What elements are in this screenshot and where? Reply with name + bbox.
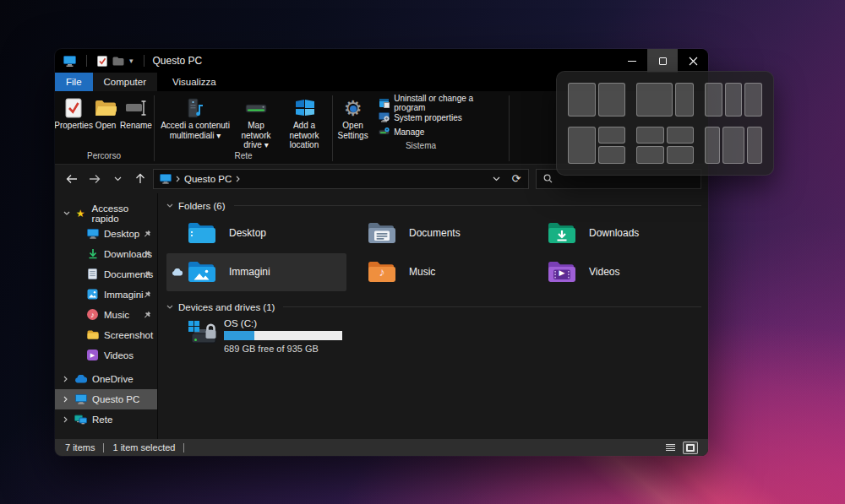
quick-access-toolbar: ▾ bbox=[55, 55, 150, 67]
sidebar-item-onedrive[interactable]: OneDrive bbox=[55, 369, 157, 389]
uninstall-program-button[interactable]: Uninstall or change a program bbox=[375, 96, 508, 110]
close-icon bbox=[689, 57, 698, 66]
drive-name: OS (C:) bbox=[224, 318, 342, 328]
qat-properties-button[interactable] bbox=[97, 56, 107, 67]
large-icons-view-icon bbox=[686, 444, 695, 452]
folders-section-header[interactable]: Folders (6) bbox=[166, 200, 701, 212]
ribbon-separator bbox=[332, 95, 333, 161]
settings-gear-icon: ⚙ bbox=[343, 97, 362, 119]
sidebar-item-screenshot[interactable]: Screenshot bbox=[55, 325, 157, 345]
open-folder-icon bbox=[95, 97, 117, 119]
chevron-down-icon bbox=[114, 176, 122, 182]
snap-layout-flyout bbox=[556, 71, 774, 176]
address-bar[interactable]: Questo PC ⟳ bbox=[153, 169, 529, 189]
up-button[interactable] bbox=[130, 169, 150, 189]
tile-documents[interactable]: Documents bbox=[346, 214, 526, 252]
downloads-folder-icon bbox=[547, 221, 577, 245]
properties-button[interactable]: Properties bbox=[55, 95, 93, 132]
ribbon-separator bbox=[509, 95, 510, 161]
rename-icon bbox=[125, 97, 147, 119]
recent-locations-button[interactable] bbox=[107, 169, 128, 189]
system-properties-button[interactable]: System properties bbox=[375, 111, 508, 124]
tile-immagini[interactable]: Immagini bbox=[166, 253, 346, 291]
map-network-drive-button[interactable]: Map network drive ▾ bbox=[234, 95, 278, 151]
tile-music[interactable]: ♪ Music bbox=[346, 253, 526, 291]
status-bar: 7 items 1 item selected bbox=[55, 439, 708, 456]
minimize-icon bbox=[628, 61, 636, 62]
sidebar-item-music[interactable]: ♪ Music bbox=[55, 305, 157, 325]
media-access-button[interactable]: Accedi a contenuti multimediali ▾ bbox=[156, 95, 234, 141]
refresh-button[interactable]: ⟳ bbox=[506, 170, 526, 188]
tile-downloads[interactable]: Downloads bbox=[526, 214, 706, 252]
qat-folder-button[interactable] bbox=[112, 57, 124, 66]
documents-icon bbox=[85, 268, 100, 279]
drives-section-header[interactable]: Devices and drives (1) bbox=[166, 301, 701, 313]
window-body: ★ Accesso rapido Desktop Do bbox=[55, 193, 708, 440]
snap-layout-three-columns[interactable] bbox=[705, 83, 762, 117]
divider bbox=[144, 55, 144, 67]
qat-dropdown-button[interactable]: ▾ bbox=[129, 57, 134, 65]
sidebar-item-documents[interactable]: Documents bbox=[55, 264, 157, 285]
ribbon-group-percorso: Properties Open Rename bbox=[55, 93, 153, 164]
sidebar-item-quick-access[interactable]: ★ Accesso rapido bbox=[55, 203, 157, 224]
tile-desktop[interactable]: Desktop bbox=[166, 214, 346, 252]
chevron-down-icon bbox=[166, 203, 173, 209]
sidebar-item-pictures[interactable]: Immagini bbox=[55, 285, 157, 305]
tile-videos[interactable]: ▶ Videos bbox=[526, 253, 706, 291]
properties-icon bbox=[65, 97, 82, 119]
sidebar-item-videos[interactable]: ▶ Videos bbox=[55, 345, 157, 366]
pc-icon bbox=[74, 394, 88, 404]
icons-view-button[interactable] bbox=[683, 442, 698, 454]
back-icon bbox=[66, 174, 78, 184]
star-icon: ★ bbox=[74, 209, 88, 219]
address-dropdown-button[interactable] bbox=[486, 170, 506, 188]
snap-layout-left-with-stack[interactable] bbox=[568, 127, 625, 165]
music-icon: ♪ bbox=[87, 309, 98, 320]
downloads-icon bbox=[85, 248, 100, 259]
chevron-down-icon bbox=[166, 305, 173, 310]
pictures-folder-icon bbox=[187, 260, 217, 284]
media-server-icon bbox=[186, 97, 204, 119]
drive-os-c[interactable]: OS (C:) 689 GB free of 935 GB bbox=[166, 317, 346, 354]
open-button[interactable]: Open bbox=[93, 95, 118, 132]
pin-icon bbox=[144, 230, 151, 237]
breadcrumb-chevron-icon bbox=[236, 176, 240, 182]
tab-visualizza[interactable]: Visualizza bbox=[161, 73, 227, 91]
back-button[interactable] bbox=[62, 169, 82, 189]
pin-icon bbox=[144, 290, 151, 298]
tab-file[interactable]: File bbox=[55, 73, 93, 91]
pin-icon bbox=[144, 311, 151, 318]
maximize-button[interactable] bbox=[647, 49, 678, 73]
network-drive-icon bbox=[245, 97, 267, 119]
hard-drive-icon bbox=[187, 317, 219, 348]
sidebar-item-desktop[interactable]: Desktop bbox=[55, 224, 157, 244]
window-title: Questo PC bbox=[153, 55, 203, 67]
manage-button[interactable]: Manage bbox=[375, 125, 508, 138]
snap-layout-quadrants[interactable] bbox=[636, 127, 694, 165]
ribbon-group-label: Percorso bbox=[55, 151, 153, 164]
snap-layout-wide-left[interactable] bbox=[636, 83, 694, 117]
forward-icon bbox=[89, 174, 101, 184]
sidebar-item-questo-pc[interactable]: Questo PC bbox=[55, 389, 157, 409]
rename-button[interactable]: Rename bbox=[118, 95, 154, 132]
pin-icon bbox=[144, 250, 151, 257]
chevron-right-icon bbox=[63, 416, 68, 423]
close-button[interactable] bbox=[678, 49, 708, 73]
breadcrumb-location[interactable]: Questo PC bbox=[184, 174, 232, 184]
add-network-location-button[interactable]: Add a network location bbox=[278, 95, 330, 151]
sidebar-item-rete[interactable]: Rete bbox=[55, 409, 157, 430]
sidebar-item-downloads[interactable]: Downloads bbox=[55, 244, 157, 264]
drive-usage-bar bbox=[224, 331, 342, 340]
tab-computer[interactable]: Computer bbox=[93, 73, 158, 91]
ribbon-separator bbox=[154, 95, 155, 161]
uninstall-icon bbox=[379, 98, 390, 108]
snap-layout-two-columns[interactable] bbox=[568, 83, 625, 117]
open-settings-button[interactable]: ⚙ Open Settings bbox=[334, 95, 372, 141]
snap-layout-wide-center[interactable] bbox=[705, 127, 762, 165]
computer-icon bbox=[160, 174, 172, 184]
divider bbox=[86, 55, 87, 67]
forward-button[interactable] bbox=[84, 169, 105, 189]
minimize-button[interactable] bbox=[617, 49, 647, 73]
details-view-button[interactable] bbox=[662, 442, 678, 454]
maximize-icon bbox=[659, 57, 667, 65]
